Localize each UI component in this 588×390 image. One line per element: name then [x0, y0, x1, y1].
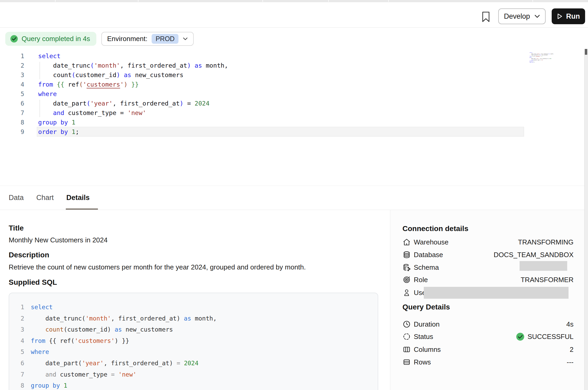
develop-button-label: Develop: [504, 12, 530, 21]
warehouse-icon: [402, 238, 411, 246]
environment-label: Environment:: [107, 35, 147, 43]
line-number: 2: [0, 61, 24, 70]
scrollbar-thumb[interactable]: [585, 49, 587, 55]
code-line: 3 count(customer_id) as new_customers: [9, 324, 378, 335]
role-icon: [402, 276, 411, 284]
row-label: Role: [414, 276, 428, 284]
code-line: 3 count(customer_id) as new_customers: [0, 70, 584, 80]
supplied-sql-heading: Supplied SQL: [9, 278, 57, 287]
line-number: 3: [9, 324, 24, 335]
query-details-heading: Query Details: [402, 303, 450, 312]
line-number: 7: [0, 108, 24, 118]
code-line: 1select: [0, 51, 584, 61]
row-label: Warehouse: [414, 238, 449, 246]
row-value: TRANSFORMER: [521, 276, 574, 284]
redacted-value: [520, 261, 567, 271]
code-line: 7 and customer_type = 'new': [9, 369, 378, 380]
row-label: Schema: [414, 263, 439, 272]
bookmark-icon[interactable]: [481, 11, 492, 23]
details-side-panel: Connection details WarehouseTRANSFORMING…: [390, 210, 584, 390]
connection-details-heading: Connection details: [402, 224, 468, 233]
duration-icon: [402, 320, 411, 328]
line-number: 9: [0, 127, 24, 137]
tab-chart[interactable]: Chart: [36, 194, 54, 202]
schema-icon: [402, 263, 411, 272]
line-number: 3: [0, 70, 24, 80]
code-line: 2 date_trunc('month', first_ordered_at) …: [0, 61, 584, 70]
chevron-down-icon: [183, 37, 188, 41]
query-status-pill: Query completed in 4s: [5, 32, 96, 46]
line-number: 6: [9, 358, 24, 369]
status-row: StatusSUCCESSFUL: [402, 330, 574, 343]
role-row: RoleTRANSFORMER: [402, 273, 574, 286]
code-line: 8group by 1: [0, 118, 584, 127]
tab-data[interactable]: Data: [9, 194, 24, 202]
row-label: Status: [414, 333, 433, 341]
row-value: 2: [570, 346, 574, 354]
tab-details[interactable]: Details: [66, 194, 90, 202]
results-tab-bar: DataChartDetails: [0, 186, 588, 210]
row-label: Database: [414, 251, 443, 259]
chevron-down-icon: [534, 14, 540, 18]
run-button-label: Run: [566, 12, 580, 21]
line-number: 5: [0, 89, 24, 99]
editor-minimap[interactable]: select date_trunc('month', first_ordered…: [528, 52, 584, 66]
line-number: 7: [9, 369, 24, 380]
code-line: order by 1;: [528, 62, 535, 63]
database-row: DatabaseDOCS_TEAM_SANDBOX: [402, 248, 574, 261]
line-number: 6: [0, 99, 24, 108]
page-scrollbar[interactable]: [584, 49, 588, 390]
run-button[interactable]: Run: [552, 8, 585, 24]
code-line: 7 and customer_type = 'new': [0, 108, 584, 118]
row-value: TRANSFORMING: [518, 238, 574, 246]
row-value: SUCCESSFUL: [527, 333, 574, 341]
line-number: 2: [9, 313, 24, 324]
row-label: Rows: [414, 358, 431, 366]
supplied-sql-block: 1select2 date_trunc('month', first_order…: [9, 293, 378, 390]
duration-row: Duration4s: [402, 318, 574, 331]
warehouse-row: WarehouseTRANSFORMING: [402, 236, 574, 248]
columns-row: Columns2: [402, 343, 574, 356]
rows-row: Rows---: [402, 356, 574, 368]
check-circle-icon: [516, 332, 525, 341]
line-number: 4: [0, 80, 24, 89]
sql-editor[interactable]: 1select2 date_trunc('month', first_order…: [0, 51, 584, 138]
code-line: 4from {{ ref('customers') }}: [0, 80, 584, 89]
header: Develop Run: [0, 2, 588, 28]
schema-row: Schema: [402, 261, 574, 274]
check-circle-icon: [10, 35, 18, 43]
row-value: ---: [567, 358, 574, 366]
description-value: Retrieve the count of new customers per …: [9, 263, 306, 271]
query-status-text: Query completed in 4s: [22, 35, 90, 43]
code-line: 6 date_part('year', first_ordered_at) = …: [0, 99, 584, 108]
line-number: 1: [0, 51, 24, 61]
row-label: Duration: [414, 320, 440, 328]
line-number: 8: [9, 380, 24, 390]
code-line: 5where: [9, 346, 378, 358]
code-line: 9order by 1;: [0, 127, 584, 137]
database-icon: [402, 251, 411, 259]
status-icon: [402, 332, 411, 341]
editor-code[interactable]: 1select2 date_trunc('month', first_order…: [0, 51, 584, 137]
user-icon: [402, 288, 411, 297]
description-heading: Description: [9, 251, 49, 259]
rows-icon: [402, 358, 411, 366]
code-line: 5where: [0, 89, 584, 99]
environment-selector[interactable]: Environment: PROD: [101, 32, 194, 46]
redacted-value: [424, 287, 569, 299]
develop-button[interactable]: Develop: [498, 8, 546, 24]
browser-tab-strip: [0, 0, 588, 2]
title-value: Monthly New Customers in 2024: [9, 236, 108, 244]
user-row: User: [402, 286, 574, 299]
line-number: 1: [9, 302, 24, 313]
code-line: 8group by 1: [9, 380, 378, 390]
row-value: DOCS_TEAM_SANDBOX: [494, 251, 574, 259]
code-line: 2 date_trunc('month', first_ordered_at) …: [9, 313, 378, 324]
row-label: Columns: [414, 346, 441, 354]
title-heading: Title: [9, 224, 24, 233]
line-number: 5: [9, 346, 24, 358]
columns-icon: [402, 345, 411, 354]
environment-value-pill: PROD: [152, 34, 178, 44]
play-icon: [557, 13, 563, 19]
code-line: 1select: [9, 302, 378, 313]
